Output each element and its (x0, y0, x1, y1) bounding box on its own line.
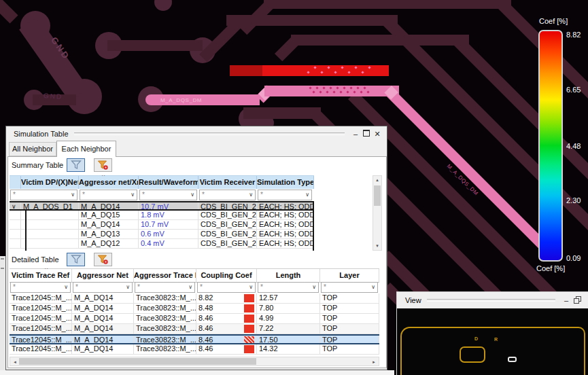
scrollbar-thumb[interactable] (374, 185, 381, 206)
panel-grip[interactable] (1, 268, 4, 269)
tab-all-neighbor[interactable]: All Neighbor (9, 142, 56, 156)
column-header[interactable]: Aggressor Net (72, 269, 134, 282)
cell: 14.32 (257, 344, 320, 354)
filter-combobox[interactable]: *∨ (80, 190, 137, 200)
cell: CDS_BI_GEN_2P... (198, 202, 257, 209)
tab-each-neighbor[interactable]: Each Neighbor (56, 141, 116, 157)
detailed-horizontal-scrollbar[interactable]: ◂ ▸ (10, 357, 379, 366)
filter-combobox[interactable]: *∨ (135, 282, 195, 293)
view-minimize-button[interactable]: – (561, 294, 572, 306)
chevron-down-icon: ∨ (312, 284, 316, 290)
clear-filter-button[interactable] (94, 253, 112, 266)
scroll-down-icon[interactable]: ▾ (373, 243, 381, 249)
filter-combobox[interactable]: *∨ (73, 282, 133, 293)
cell: 8.46 (196, 336, 257, 343)
filter-value: * (260, 191, 263, 198)
view-titlebar[interactable]: View – (397, 292, 588, 308)
app-canvas: GND GND M_A_DQS_DM M_A_DQS_DM (0, 0, 588, 375)
filter-button[interactable] (67, 158, 85, 172)
column-header[interactable]: Aggressor net/Xnet (79, 176, 139, 189)
colorbar-tick: 4.48 (566, 142, 588, 150)
chevron-down-icon: ∨ (305, 192, 309, 198)
window-titlebar[interactable]: Simulation Table – ✕ (6, 126, 387, 141)
column-header[interactable]: Victim DP/(X)Net (21, 176, 79, 189)
row-expander (10, 239, 21, 248)
close-button[interactable]: ✕ (372, 128, 383, 140)
table-row[interactable]: M_A_DQ130.6 mVCDS_BI_GEN_2P...EACH; HS; … (10, 230, 314, 239)
cell: EACH; HS; ODD (257, 239, 314, 248)
cell (21, 220, 79, 229)
column-header[interactable]: Result/Waveform Lib (139, 176, 198, 189)
clear-filter-button[interactable] (94, 158, 112, 172)
scrollbar-thumb[interactable] (19, 358, 256, 365)
cell: CDS_BI_GEN_2P... (198, 220, 257, 229)
panel-grip[interactable] (1, 258, 4, 260)
cell: M_A_DQ14 (72, 336, 134, 343)
cell: M_A_DQS_D1 (21, 202, 79, 209)
minimize-button[interactable]: – (350, 128, 361, 140)
detailed-table-label: Detailed Table (12, 255, 59, 264)
scroll-right-icon[interactable]: ▸ (370, 359, 377, 365)
cell: EACH; HS; ODD... (257, 230, 314, 238)
table-row[interactable]: ∨M_A_DQS_D1M_A_DQ1410.7 mVCDS_BI_GEN_2P.… (10, 201, 314, 211)
filter-value: * (137, 283, 140, 291)
cell: Trace12045::M_... (10, 293, 72, 303)
table-row[interactable]: M_A_DQ120.4 mVCDS_BI_GEN_2PEACH; HS; ODD (10, 239, 314, 249)
row-expander (10, 220, 21, 229)
chevron-down-icon: ∨ (249, 284, 253, 290)
cell: 10.7 mV (139, 202, 198, 209)
filter-combobox[interactable]: *∨ (321, 282, 378, 293)
filter-combobox[interactable]: *∨ (10, 282, 71, 293)
filter-combobox[interactable]: *∨ (258, 282, 319, 293)
column-header[interactable]: Layer (320, 269, 379, 282)
table-row[interactable]: M_A_DQ1410.7 mVCDS_BI_GEN_2P...EACH; HS;… (10, 220, 314, 230)
filter-value: * (142, 191, 145, 198)
filter-combobox[interactable]: *∨ (10, 190, 77, 200)
cell: Trace12045::M_... (10, 336, 72, 343)
filter-button[interactable] (67, 253, 85, 266)
row-expander (10, 211, 21, 219)
cell: Trace30823::M_... (134, 304, 196, 313)
column-header[interactable]: Victim Receiver (198, 176, 257, 189)
table-row[interactable]: M_A_DQ151.8 mVCDS_BI_GEN_2P...EACH; HS; … (10, 211, 314, 220)
column-header[interactable]: Simulation Type (257, 176, 314, 189)
cell: M_A_DQ14 (79, 220, 139, 229)
colorbar-title: Coef [%] (539, 17, 568, 25)
simulation-table-window: Simulation Table – ✕ All NeighborEach Ne… (5, 126, 387, 370)
table-row[interactable]: Trace12045::M_...M_A_DQ14Trace30823::M_.… (10, 304, 379, 314)
column-header[interactable]: Victim Trace Ref (10, 269, 72, 282)
restore-icon (574, 296, 581, 303)
filter-combobox[interactable]: *∨ (139, 190, 197, 200)
table-row[interactable]: Trace12045::M_...M_A_DQ14Trace30823::M_.… (10, 314, 379, 324)
table-row[interactable]: Trace12045::M_...M_A_DQ14Trace30823::M_.… (10, 324, 379, 334)
expander-icon[interactable]: ∨ (10, 202, 21, 209)
filter-combobox[interactable]: *∨ (197, 282, 256, 293)
cell: M_A_DQ14 (72, 324, 134, 334)
scroll-left-icon[interactable]: ◂ (12, 359, 18, 365)
cell: 0.4 mV (139, 239, 198, 248)
cell: 7.22 (257, 324, 320, 334)
cell: EACH; HS; ODD... (257, 202, 314, 209)
column-header[interactable]: Aggressor Trace Ref (134, 269, 196, 282)
coef-color-swatch (244, 345, 254, 353)
view-restore-button[interactable] (572, 294, 583, 306)
view-canvas[interactable]: D R (397, 308, 588, 375)
table-row[interactable]: Trace12045::M_...M_A_DQ14Trace30823::M_.… (10, 334, 379, 344)
cell: Trace12045::M_... (10, 344, 72, 354)
scroll-up-icon[interactable]: ▴ (373, 177, 381, 183)
cell: M_A_DQ14 (72, 344, 134, 354)
column-header[interactable]: Length (257, 269, 320, 282)
filter-combobox[interactable]: *∨ (199, 190, 256, 200)
maximize-button[interactable] (361, 128, 372, 140)
cell: M_A_DQ14 (79, 202, 139, 209)
cell: 10.7 mV (139, 220, 198, 229)
filter-combobox[interactable]: *∨ (258, 190, 312, 200)
table-row[interactable]: Trace12045::M_...M_A_DQ14Trace30823::M_.… (10, 293, 379, 304)
summary-vertical-scrollbar[interactable]: ▴ ▾ (373, 175, 382, 251)
cell: Trace12045::M_... (10, 314, 72, 323)
table-row[interactable]: Trace12045::M_...M_A_DQ14Trace30823::M_.… (10, 344, 379, 355)
column-header[interactable]: Coupling Coef (196, 269, 257, 282)
highlighted-trace-red-dark[interactable] (230, 65, 264, 76)
detailed-table: Victim Trace RefAggressor NetAggressor T… (10, 268, 382, 368)
pcb-pad (154, 0, 172, 11)
